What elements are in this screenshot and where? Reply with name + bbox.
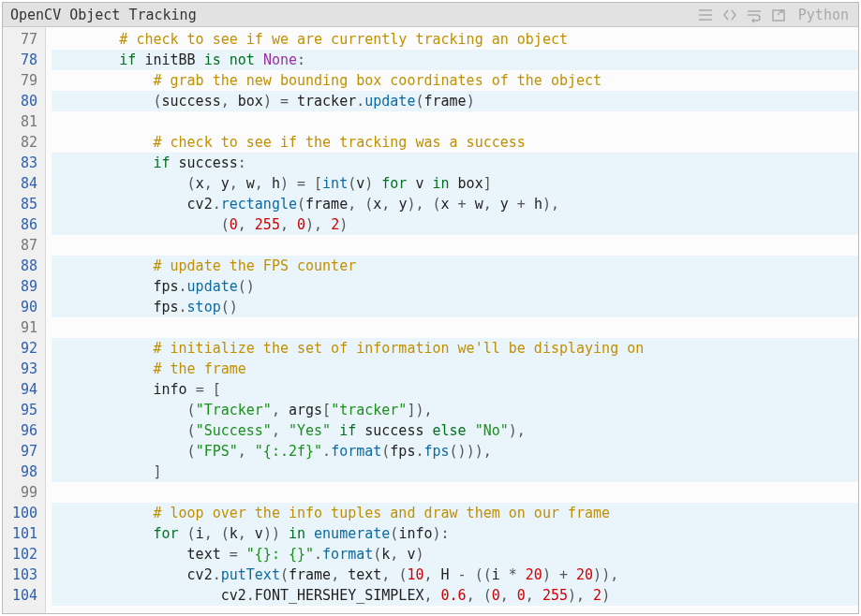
- code-line: ("Tracker", args["tracker"]),: [52, 400, 858, 420]
- editor-window: OpenCV Object Tracking Python 7778798081…: [2, 2, 859, 614]
- code-line: # check to see if we are currently track…: [52, 29, 858, 50]
- file-title: OpenCV Object Tracking: [10, 7, 697, 23]
- code-line: ("FPS", "{:.2f}".format(fps.fps())),: [52, 441, 858, 462]
- code-line: [52, 235, 858, 256]
- line-number: 98: [12, 462, 37, 482]
- line-number: 81: [12, 111, 37, 132]
- code-line: fps.stop(): [52, 297, 858, 317]
- line-number: 78: [12, 50, 37, 70]
- code-line: # check to see if the tracking was a suc…: [52, 132, 858, 153]
- line-number: 87: [12, 235, 37, 256]
- code-line: (success, box) = tracker.update(frame): [52, 91, 858, 111]
- code-icon[interactable]: [721, 7, 738, 23]
- line-number: 96: [12, 420, 37, 441]
- code-line: info = [: [52, 379, 858, 400]
- line-number: 89: [12, 276, 37, 297]
- code-line: # the frame: [52, 359, 858, 379]
- line-number: 83: [12, 153, 37, 173]
- wrap-icon[interactable]: [746, 7, 763, 23]
- line-number: 80: [12, 91, 37, 111]
- line-number: 95: [12, 400, 37, 420]
- line-number: 102: [12, 544, 37, 565]
- line-number: 100: [12, 503, 37, 523]
- code-line: (0, 255, 0), 2): [52, 214, 858, 235]
- hamburger-icon[interactable]: [697, 7, 714, 23]
- code-line: cv2.rectangle(frame, (x, y), (x + w, y +…: [52, 194, 858, 214]
- line-number: 93: [12, 359, 37, 379]
- code-line: # update the FPS counter: [52, 256, 858, 276]
- code-line: # initialize the set of information we'l…: [52, 338, 858, 359]
- code-line: [52, 482, 858, 503]
- line-number: 103: [12, 565, 37, 585]
- code-line: for (i, (k, v)) in enumerate(info):: [52, 523, 858, 544]
- line-number: 94: [12, 379, 37, 400]
- code-line: cv2.FONT_HERSHEY_SIMPLEX, 0.6, (0, 0, 25…: [52, 585, 858, 606]
- code-line: if initBB is not None:: [52, 50, 858, 70]
- language-label: Python: [798, 7, 849, 23]
- line-number: 77: [12, 29, 37, 50]
- line-number: 101: [12, 523, 37, 544]
- code-line: [52, 111, 858, 132]
- code-line: [52, 317, 858, 338]
- code-line: text = "{}: {}".format(k, v): [52, 544, 858, 565]
- toolbar-icons: Python: [697, 7, 854, 23]
- code-line: if success:: [52, 153, 858, 173]
- code-line: # loop over the info tuples and draw the…: [52, 503, 858, 523]
- line-number: 88: [12, 256, 37, 276]
- line-number-gutter: 7778798081828384858687888990919293949596…: [3, 27, 46, 613]
- line-number: 82: [12, 132, 37, 153]
- line-number: 86: [12, 214, 37, 235]
- line-number: 99: [12, 482, 37, 503]
- line-number: 97: [12, 441, 37, 462]
- line-number: 84: [12, 173, 37, 194]
- code-line: fps.update(): [52, 276, 858, 297]
- line-number: 85: [12, 194, 37, 214]
- code-area: 7778798081828384858687888990919293949596…: [3, 27, 858, 613]
- line-number: 92: [12, 338, 37, 359]
- code-line: ("Success", "Yes" if success else "No"),: [52, 420, 858, 441]
- code-line: cv2.putText(frame, text, (10, H - ((i * …: [52, 565, 858, 585]
- line-number: 91: [12, 317, 37, 338]
- titlebar: OpenCV Object Tracking Python: [3, 3, 858, 27]
- code-line: (x, y, w, h) = [int(v) for v in box]: [52, 173, 858, 194]
- line-number: 104: [12, 585, 37, 606]
- open-new-icon[interactable]: [770, 7, 787, 23]
- code-line: # grab the new bounding box coordinates …: [52, 70, 858, 91]
- code-line: ]: [52, 462, 858, 482]
- line-number: 90: [12, 297, 37, 317]
- code-content[interactable]: # check to see if we are currently track…: [46, 27, 858, 613]
- line-number: 79: [12, 70, 37, 91]
